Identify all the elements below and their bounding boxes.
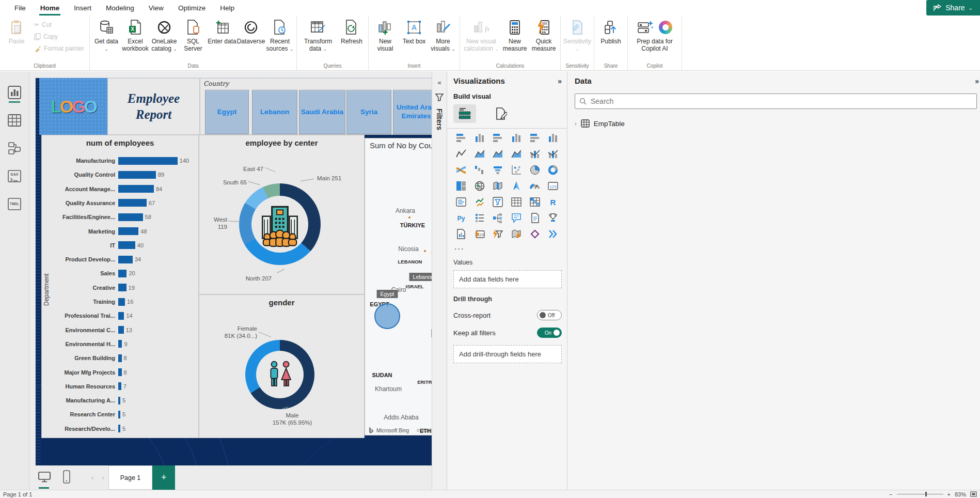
- table-view-icon[interactable]: [8, 114, 21, 127]
- new-measure-button[interactable]: New measure: [500, 17, 529, 62]
- python-visual-icon[interactable]: Py: [453, 212, 469, 224]
- power-automate-icon[interactable]: [545, 228, 561, 240]
- report-view-icon[interactable]: [8, 86, 21, 99]
- table-item-emptable[interactable]: › EmpTable: [575, 119, 977, 128]
- line-chart-icon[interactable]: [453, 148, 469, 160]
- keep-all-filters-toggle[interactable]: On: [537, 328, 562, 338]
- funnel-chart-icon[interactable]: [490, 164, 505, 176]
- bar-row-17[interactable]: Manufacturing A...5: [42, 395, 198, 406]
- bar-row-13[interactable]: Environmental H...9: [42, 338, 198, 350]
- onelake-catalog-button[interactable]: OneLake catalog ⌄: [150, 17, 179, 62]
- bar[interactable]: [118, 157, 178, 165]
- quick-measure-button[interactable]: Quick measure: [529, 17, 558, 62]
- tab-page-1[interactable]: Page 1: [108, 465, 153, 490]
- menu-view[interactable]: View: [141, 2, 171, 14]
- decomposition-tree-icon[interactable]: [490, 212, 505, 224]
- azure-map-icon[interactable]: [509, 180, 524, 192]
- new-visual-calculation-button[interactable]: fx New visual calculation ⌄: [462, 17, 500, 62]
- mobile-layout-icon[interactable]: [62, 470, 76, 486]
- text-box-button[interactable]: A Text box: [400, 17, 429, 62]
- map-icon[interactable]: [472, 180, 487, 192]
- bar[interactable]: [118, 284, 127, 291]
- multi-row-card-icon[interactable]: [453, 196, 469, 208]
- bar-row-5[interactable]: Marketing48: [42, 226, 198, 237]
- bar-row-9[interactable]: Creative19: [42, 282, 198, 293]
- country-option-lebanon[interactable]: Lebanon: [252, 90, 297, 134]
- enter-data-button[interactable]: Enter data: [208, 17, 236, 62]
- treemap-icon[interactable]: [453, 180, 469, 192]
- new-slicer-icon[interactable]: [472, 212, 487, 224]
- bar-row-18[interactable]: Research Center5: [42, 409, 198, 420]
- bar[interactable]: [118, 256, 133, 263]
- tab-build-visual[interactable]: [453, 104, 476, 123]
- power-automate-123-icon[interactable]: 123: [472, 228, 487, 240]
- transform-data-button[interactable]: Transform data ⌄: [299, 17, 337, 62]
- line-and-clustered-column-chart-icon[interactable]: [545, 148, 561, 160]
- metrics-icon[interactable]: [545, 212, 561, 224]
- tab-format-visual[interactable]: [489, 104, 512, 123]
- r-script-visual-icon[interactable]: R: [545, 196, 561, 208]
- zoom-out-control[interactable]: −: [889, 491, 892, 497]
- power-apps-icon[interactable]: [527, 228, 543, 240]
- format-painter-button[interactable]: Format painter: [31, 44, 87, 53]
- get-data-button[interactable]: Get data ⌄: [92, 17, 121, 62]
- expand-table-chevron[interactable]: ›: [575, 120, 577, 127]
- add-data-fields-well[interactable]: Add data fields here: [453, 270, 562, 288]
- pie-chart-icon[interactable]: [527, 164, 543, 176]
- collapse-data-chevron[interactable]: »: [975, 77, 979, 85]
- donut-chart-icon[interactable]: [545, 164, 561, 176]
- more-visuals-button[interactable]: More visuals ⌄: [429, 17, 457, 62]
- prep-data-copilot-button[interactable]: Prep data for Copilot AI: [630, 17, 679, 62]
- zoom-slider[interactable]: [897, 494, 943, 494]
- 100-stacked-bar-chart-icon[interactable]: [527, 132, 543, 144]
- bar[interactable]: [118, 227, 138, 235]
- smart-narrative-icon[interactable]: [527, 212, 543, 224]
- bar-row-4[interactable]: Facilities/Enginee...58: [42, 211, 198, 223]
- country-option-egypt[interactable]: Egypt: [205, 90, 249, 134]
- table-icon[interactable]: [509, 196, 524, 208]
- clustered-bar-chart-icon[interactable]: [490, 132, 505, 144]
- bar-row-1[interactable]: Quality Control89: [42, 169, 198, 180]
- collapse-visualizations-chevron[interactable]: »: [558, 77, 562, 85]
- paginated-report-icon[interactable]: [453, 228, 469, 240]
- gauge-icon[interactable]: [527, 180, 543, 192]
- bar-row-19[interactable]: Research/Develo...5: [42, 423, 198, 434]
- menu-file[interactable]: File: [7, 2, 33, 14]
- model-view-icon[interactable]: [8, 142, 21, 155]
- desktop-layout-icon[interactable]: [38, 470, 51, 486]
- dax-query-view-icon[interactable]: DAX: [8, 169, 21, 183]
- bar[interactable]: [118, 199, 147, 207]
- arcgis-map-icon[interactable]: [509, 228, 524, 240]
- bar-row-14[interactable]: Green Building8: [42, 352, 198, 364]
- power-automate-filter-icon[interactable]: [490, 228, 505, 240]
- stacked-column-chart-icon[interactable]: [472, 132, 487, 144]
- dataverse-button[interactable]: Dataverse: [236, 17, 265, 62]
- filled-area-chart-icon[interactable]: [509, 148, 524, 160]
- copy-button[interactable]: Copy: [31, 33, 87, 41]
- bar-row-16[interactable]: Human Resources7: [42, 381, 198, 392]
- bar[interactable]: [118, 326, 124, 334]
- add-drill-through-fields-well[interactable]: Add drill-through fields here: [453, 345, 562, 363]
- bar-row-10[interactable]: Training16: [42, 296, 198, 307]
- bar[interactable]: [118, 340, 122, 348]
- publish-button[interactable]: Publish: [596, 17, 625, 62]
- map-bubble-egypt[interactable]: [374, 303, 400, 329]
- line-and-stacked-column-chart-icon[interactable]: [527, 148, 543, 160]
- paste-button[interactable]: Paste: [2, 17, 31, 62]
- area-chart-icon[interactable]: [472, 148, 487, 160]
- bar-row-15[interactable]: Major Mfg Projects8: [42, 367, 198, 378]
- expand-filters-chevron[interactable]: «: [437, 79, 441, 86]
- scatter-chart-icon[interactable]: [509, 164, 524, 176]
- kpi-icon[interactable]: [472, 196, 487, 208]
- cross-report-toggle[interactable]: Off: [537, 310, 562, 320]
- clustered-column-chart-icon[interactable]: [509, 132, 524, 144]
- slicer-icon[interactable]: [490, 196, 505, 208]
- bar[interactable]: [118, 171, 156, 179]
- menu-home[interactable]: Home: [33, 2, 67, 14]
- cut-button[interactable]: ✂Cut: [31, 21, 87, 29]
- bar[interactable]: [118, 270, 127, 277]
- bar[interactable]: [118, 312, 124, 320]
- new-visual-button[interactable]: New visual: [371, 17, 400, 62]
- ribbon-chart-icon[interactable]: [453, 164, 469, 176]
- bar-row-7[interactable]: Product Develop...34: [42, 254, 198, 265]
